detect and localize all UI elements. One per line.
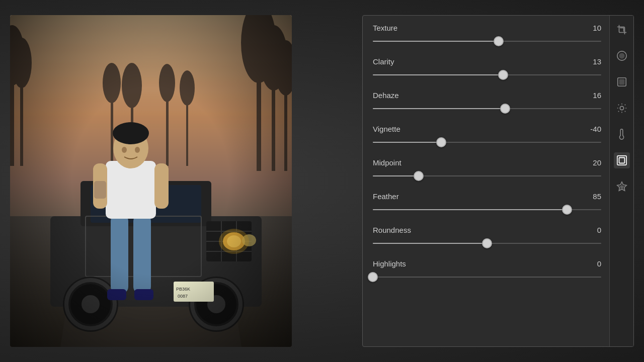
adjustment-panel: Texture10Clarity13Dehaze16Vignette-40Mid… [362, 15, 634, 347]
roundness-fill [373, 243, 487, 244]
svg-point-61 [619, 53, 624, 59]
midpoint-label: Midpoint [373, 158, 401, 167]
vignette-thumb[interactable] [436, 137, 446, 147]
toolbar-icon-vignette-tool[interactable] [614, 152, 630, 168]
clarity-value: 13 [583, 57, 601, 66]
svg-rect-63 [619, 79, 624, 84]
vignette-value: -40 [583, 125, 601, 133]
slider-row-midpoint: Midpoint20 [373, 158, 601, 181]
feather-track-container[interactable] [373, 205, 601, 215]
toolbar-icon-crop[interactable] [614, 22, 630, 38]
highlights-thumb[interactable] [368, 272, 378, 282]
texture-value: 10 [583, 24, 601, 32]
photo-panel: PB36K 0087 [10, 15, 292, 347]
dehaze-track-container[interactable] [373, 104, 601, 114]
clarity-track [373, 74, 601, 75]
right-toolbar [609, 16, 633, 346]
slider-row-roundness: Roundness0 [373, 226, 601, 248]
roundness-thumb[interactable] [482, 238, 492, 248]
dehaze-label: Dehaze [373, 91, 399, 100]
slider-row-dehaze: Dehaze16 [373, 91, 601, 114]
main-container: PB36K 0087 Texture10Clarity13Dehaze16Vig… [0, 0, 644, 362]
toolbar-icon-healing[interactable] [614, 48, 630, 64]
svg-point-64 [620, 106, 623, 110]
texture-track [373, 41, 601, 42]
dehaze-thumb[interactable] [500, 104, 510, 114]
texture-thumb[interactable] [494, 36, 504, 46]
clarity-track-container[interactable] [373, 70, 601, 80]
midpoint-thumb[interactable] [414, 171, 424, 181]
slider-row-clarity: Clarity13 [373, 57, 601, 80]
roundness-value: 0 [583, 226, 601, 234]
roundness-track-container[interactable] [373, 238, 601, 248]
slider-row-feather: Feather85 [373, 192, 601, 215]
vignette-label: Vignette [373, 125, 400, 133]
toolbar-icon-grain[interactable] [614, 178, 630, 195]
feather-fill [373, 209, 567, 210]
highlights-track-container[interactable] [373, 272, 601, 282]
midpoint-value: 20 [583, 158, 601, 167]
slider-row-vignette: Vignette-40 [373, 125, 601, 147]
dehaze-track [373, 108, 601, 109]
roundness-track [373, 243, 601, 244]
dehaze-value: 16 [583, 91, 601, 100]
vignette-fill [373, 142, 441, 143]
highlights-label: Highlights [373, 259, 406, 268]
slider-row-highlights: Highlights0 [373, 259, 601, 282]
clarity-label: Clarity [373, 57, 394, 66]
feather-label: Feather [373, 192, 399, 201]
highlights-value: 0 [583, 259, 601, 268]
texture-fill [373, 41, 499, 42]
highlights-track [373, 277, 601, 278]
midpoint-fill [373, 175, 419, 176]
dehaze-fill [373, 108, 505, 109]
svg-rect-59 [10, 15, 292, 347]
toolbar-icon-masking[interactable] [614, 74, 630, 90]
feather-thumb[interactable] [562, 205, 572, 215]
clarity-fill [373, 74, 503, 75]
vignette-track-container[interactable] [373, 137, 601, 147]
toolbar-icon-temperature[interactable] [614, 126, 630, 142]
roundness-label: Roundness [373, 226, 411, 234]
texture-track-container[interactable] [373, 36, 601, 46]
texture-label: Texture [373, 24, 397, 32]
feather-track [373, 209, 601, 210]
feather-value: 85 [583, 192, 601, 201]
slider-row-texture: Texture10 [373, 24, 601, 46]
vignette-track [373, 142, 601, 143]
midpoint-track [373, 175, 601, 176]
svg-rect-66 [619, 158, 624, 163]
toolbar-icon-adjustment[interactable] [614, 100, 630, 116]
sliders-area: Texture10Clarity13Dehaze16Vignette-40Mid… [363, 16, 609, 346]
clarity-thumb[interactable] [498, 70, 508, 80]
midpoint-track-container[interactable] [373, 171, 601, 181]
